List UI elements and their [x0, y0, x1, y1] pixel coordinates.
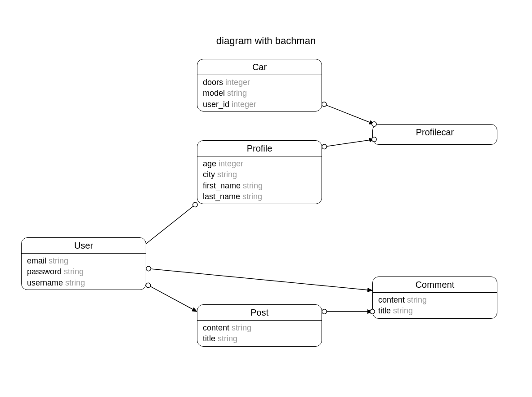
attribute-type: string — [243, 181, 263, 190]
attribute-name: title — [378, 306, 393, 315]
attribute-name: age — [203, 159, 219, 168]
connection-line — [326, 105, 374, 124]
entity-car: Car doors integermodel stringuser_id int… — [197, 59, 322, 112]
entity-user-body: email stringpassword stringusername stri… — [22, 254, 146, 290]
attribute-row: age integer — [203, 158, 316, 169]
attribute-name: title — [203, 334, 218, 343]
attribute-type: integer — [219, 159, 243, 168]
entity-user-title: User — [22, 238, 146, 254]
entity-comment-title: Comment — [373, 277, 497, 293]
bachman-circle — [146, 283, 150, 287]
attribute-name: doors — [203, 78, 225, 87]
attribute-type: string — [218, 334, 237, 343]
entity-car-title: Car — [197, 59, 322, 75]
attribute-type: string — [64, 267, 84, 276]
connection-line — [150, 286, 197, 312]
attribute-type: string — [49, 256, 68, 265]
entity-comment: Comment content stringtitle string — [372, 277, 497, 319]
bachman-circle — [322, 102, 326, 107]
attribute-type: string — [407, 295, 427, 304]
attribute-type: string — [227, 89, 247, 98]
attribute-row: doors integer — [203, 77, 316, 88]
entity-post-title: Post — [197, 305, 322, 321]
attribute-name: last_name — [203, 192, 242, 201]
attribute-row: user_id integer — [203, 99, 316, 110]
attribute-name: model — [203, 89, 227, 98]
bachman-circle — [146, 266, 151, 271]
attribute-type: string — [65, 278, 85, 287]
entity-profile-body: age integercity stringfirst_name stringl… — [197, 156, 322, 204]
attribute-row: password string — [27, 266, 140, 277]
attribute-row: title string — [378, 305, 492, 316]
attribute-name: content — [203, 323, 232, 332]
attribute-row: model string — [203, 88, 316, 98]
attribute-row: content string — [203, 322, 316, 333]
entity-car-body: doors integermodel stringuser_id integer — [197, 75, 322, 112]
attribute-row: title string — [203, 333, 316, 344]
entity-post: Post content stringtitle string — [197, 304, 322, 347]
connection-line — [326, 139, 374, 146]
attribute-type: string — [232, 323, 251, 332]
entity-profile-title: Profile — [197, 141, 322, 156]
bachman-circle — [193, 202, 197, 207]
attribute-row: email string — [27, 255, 140, 266]
entity-profilecar-title: Profilecar — [373, 125, 497, 140]
attribute-type: string — [242, 192, 262, 201]
attribute-name: email — [27, 256, 49, 265]
entity-post-body: content stringtitle string — [197, 321, 322, 347]
attribute-row: first_name string — [203, 180, 316, 191]
entity-user: User email stringpassword stringusername… — [21, 237, 146, 290]
attribute-name: first_name — [203, 181, 243, 190]
attribute-name: user_id — [203, 100, 232, 109]
attribute-type: integer — [225, 78, 250, 87]
entity-profilecar: Profilecar — [372, 124, 497, 145]
entity-comment-body: content stringtitle string — [373, 293, 497, 319]
attribute-name: content — [378, 295, 407, 304]
bachman-circle — [322, 309, 326, 314]
attribute-name: city — [203, 170, 217, 179]
attribute-type: string — [217, 170, 237, 179]
diagram-title: diagram with bachman — [0, 35, 532, 47]
connection-line — [151, 269, 372, 290]
bachman-circle — [322, 144, 326, 149]
attribute-row: last_name string — [203, 191, 316, 202]
attribute-type: integer — [232, 100, 256, 109]
attribute-name: password — [27, 267, 64, 276]
connection-line — [146, 206, 193, 244]
attribute-name: username — [27, 278, 65, 287]
attribute-row: content string — [378, 294, 492, 305]
attribute-type: string — [393, 306, 413, 315]
attribute-row: city string — [203, 169, 316, 180]
attribute-row: username string — [27, 277, 140, 288]
entity-profile: Profile age integercity stringfirst_name… — [197, 140, 322, 204]
